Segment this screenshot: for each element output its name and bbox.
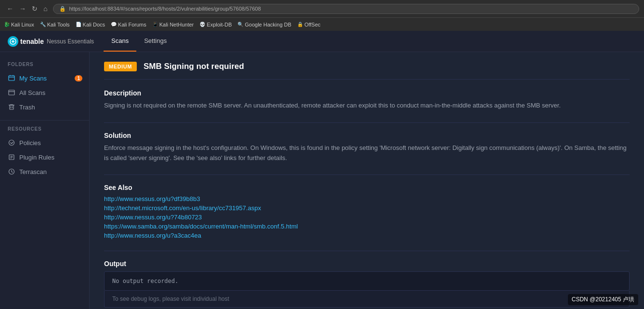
terrascan-icon bbox=[8, 168, 15, 175]
section-divider-3 bbox=[104, 251, 630, 251]
nav-item-scans[interactable]: Scans bbox=[104, 31, 136, 52]
output-footer: To see debug logs, please visit individu… bbox=[104, 291, 630, 308]
bookmark-kali-linux[interactable]: 🐉 Kali Linux bbox=[4, 22, 34, 27]
solution-text: Enforce message signing in the host's co… bbox=[104, 143, 630, 163]
solution-section: Solution Enforce message signing in the … bbox=[104, 132, 630, 163]
sidebar-item-all-scans[interactable]: All Scans bbox=[0, 85, 89, 100]
content-area: MEDIUM SMB Signing not required Descript… bbox=[90, 52, 644, 309]
nav-item-settings[interactable]: Settings bbox=[136, 31, 174, 52]
logo-product: Nessus Essentials bbox=[47, 38, 94, 45]
trash-icon bbox=[8, 103, 15, 111]
browser-bar: ← → ↻ ⌂ 🔒 https://localhost:8834/#/scans… bbox=[0, 0, 644, 17]
ref-link-4[interactable]: https://www.samba.org/samba/docs/current… bbox=[104, 223, 630, 230]
description-section: Description Signing is not required on t… bbox=[104, 89, 630, 111]
see-also-section: See Also http://www.nessus.org/u?df39b8b… bbox=[104, 184, 630, 239]
bookmark-nethunter[interactable]: 📱 Kali NetHunter bbox=[152, 22, 194, 27]
my-scans-icon bbox=[8, 74, 15, 82]
main-nav: Scans Settings bbox=[104, 31, 174, 52]
back-button[interactable]: ← bbox=[5, 4, 15, 13]
bookmarks-bar: 🐉 Kali Linux 🔧 Kali Tools 📄 Kali Docs 💬 … bbox=[0, 17, 644, 31]
svg-point-8 bbox=[9, 140, 14, 146]
see-also-links: http://www.nessus.org/u?df39b8b3 http://… bbox=[104, 195, 630, 239]
bookmark-label: OffSec bbox=[304, 22, 320, 27]
see-also-title: See Also bbox=[104, 184, 630, 191]
url-text: https://localhost:8834/#/scans/reports/8… bbox=[69, 6, 261, 12]
bookmark-exploit-db[interactable]: 💀 Exploit-DB bbox=[199, 22, 232, 27]
kali-forums-icon: 💬 bbox=[111, 22, 117, 27]
bookmark-label: Kali Tools bbox=[47, 22, 70, 27]
folders-section-label: FOLDERS bbox=[0, 62, 89, 67]
bookmark-label: Kali Docs bbox=[83, 22, 105, 27]
section-divider-1 bbox=[104, 122, 630, 123]
my-scans-badge: 1 bbox=[75, 75, 82, 81]
nav-scans-label: Scans bbox=[111, 37, 129, 44]
all-scans-label: All Scans bbox=[19, 89, 45, 96]
nav-settings-label: Settings bbox=[144, 37, 167, 44]
bookmark-label: Google Hacking DB bbox=[245, 22, 291, 27]
watermark: CSDN @20212405 卢珙 bbox=[568, 294, 638, 305]
logo-area: tenable Nessus Essentials bbox=[8, 36, 94, 47]
description-text: Signing is not required on the remote SM… bbox=[104, 101, 630, 111]
watermark-text: CSDN @20212405 卢珙 bbox=[572, 296, 634, 303]
bookmark-kali-forums[interactable]: 💬 Kali Forums bbox=[111, 22, 146, 27]
output-box: No output recorded. bbox=[104, 271, 630, 291]
kali-tools-icon: 🔧 bbox=[40, 22, 46, 27]
sidebar-item-my-scans[interactable]: My Scans 1 bbox=[0, 71, 89, 85]
trash-label: Trash bbox=[19, 104, 35, 111]
kali-docs-icon: 📄 bbox=[76, 22, 81, 27]
sidebar-item-policies[interactable]: Policies bbox=[0, 135, 89, 150]
sidebar-item-terrascan[interactable]: Terrascan bbox=[0, 164, 89, 179]
policies-label: Policies bbox=[19, 139, 41, 147]
ref-link-5[interactable]: http://www.nessus.org/u?a3cac4ea bbox=[104, 232, 630, 239]
plugin-rules-label: Plugin Rules bbox=[19, 154, 54, 161]
offsec-icon: 🔒 bbox=[297, 22, 303, 27]
ref-link-2[interactable]: http://technet.microsoft.com/en-us/libra… bbox=[104, 204, 630, 212]
main-layout: FOLDERS My Scans 1 All Scans bbox=[0, 52, 644, 309]
description-title: Description bbox=[104, 89, 630, 97]
exploit-db-icon: 💀 bbox=[199, 22, 205, 27]
severity-badge: MEDIUM bbox=[104, 62, 137, 71]
svg-rect-3 bbox=[9, 76, 14, 81]
solution-title: Solution bbox=[104, 132, 630, 139]
terrascan-label: Terrascan bbox=[19, 168, 47, 175]
sidebar: FOLDERS My Scans 1 All Scans bbox=[0, 52, 90, 309]
section-divider-2 bbox=[104, 175, 630, 175]
bookmark-kali-tools[interactable]: 🔧 Kali Tools bbox=[40, 22, 70, 27]
nethunter-icon: 📱 bbox=[152, 22, 158, 27]
bookmark-offsec[interactable]: 🔒 OffSec bbox=[297, 22, 320, 27]
kali-linux-icon: 🐉 bbox=[4, 22, 10, 27]
svg-rect-4 bbox=[9, 90, 14, 95]
forward-button[interactable]: → bbox=[17, 4, 28, 13]
bookmark-label: Kali NetHunter bbox=[159, 22, 194, 27]
home-button[interactable]: ⌂ bbox=[41, 4, 49, 13]
google-hacking-icon: 🔍 bbox=[237, 22, 243, 27]
vulnerability-title: SMB Signing not required bbox=[144, 62, 244, 71]
output-footer-text: To see debug logs, please visit individu… bbox=[112, 296, 229, 302]
browser-nav-buttons: ← → ↻ ⌂ bbox=[5, 4, 49, 13]
bookmark-kali-docs[interactable]: 📄 Kali Docs bbox=[76, 22, 105, 27]
bookmark-label: Kali Forums bbox=[118, 22, 146, 27]
address-bar[interactable]: 🔒 https://localhost:8834/#/scans/reports… bbox=[53, 4, 639, 14]
sidebar-item-trash[interactable]: Trash bbox=[0, 100, 89, 114]
ref-link-1[interactable]: http://www.nessus.org/u?df39b8b3 bbox=[104, 195, 630, 202]
output-title: Output bbox=[104, 260, 630, 268]
sidebar-item-plugin-rules[interactable]: Plugin Rules bbox=[0, 150, 89, 164]
bookmark-label: Kali Linux bbox=[11, 22, 34, 27]
my-scans-label: My Scans bbox=[19, 75, 47, 82]
svg-rect-5 bbox=[10, 105, 13, 109]
reload-button[interactable]: ↻ bbox=[30, 4, 39, 13]
lock-icon: 🔒 bbox=[59, 6, 66, 12]
sidebar-divider bbox=[0, 120, 89, 121]
bookmark-google-hacking[interactable]: 🔍 Google Hacking DB bbox=[237, 22, 291, 27]
policies-icon bbox=[8, 139, 15, 147]
vulnerability-header: MEDIUM SMB Signing not required bbox=[104, 62, 630, 80]
resources-section-label: RESOURCES bbox=[0, 126, 89, 132]
app-header: tenable Nessus Essentials Scans Settings bbox=[0, 31, 644, 52]
tenable-logo: tenable bbox=[8, 36, 44, 47]
output-text: No output recorded. bbox=[112, 278, 178, 284]
all-scans-icon bbox=[8, 89, 15, 96]
logo-text: tenable bbox=[20, 38, 44, 45]
output-section: Output No output recorded. To see debug … bbox=[104, 260, 630, 308]
logo-circle-icon bbox=[8, 36, 18, 47]
ref-link-3[interactable]: http://www.nessus.org/u?74b80723 bbox=[104, 214, 630, 221]
